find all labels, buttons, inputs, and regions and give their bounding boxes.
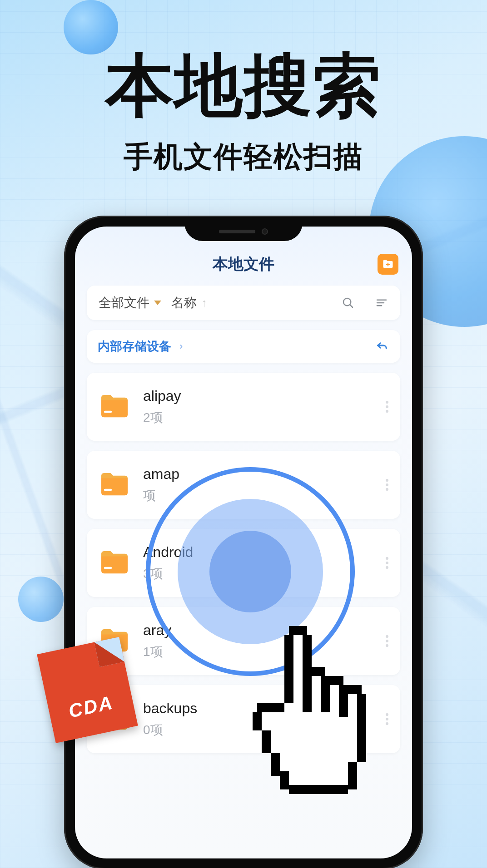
sort-label: 名称 (171, 294, 197, 311)
folder-name: alipay (143, 388, 386, 404)
phone-frame: 本地文件 全部文件 名称 ↑ (64, 216, 423, 868)
svg-rect-31 (280, 771, 289, 789)
app-title: 本地文件 (213, 254, 274, 275)
undo-icon (375, 338, 389, 353)
svg-rect-6 (104, 489, 112, 491)
sort-dropdown[interactable]: 名称 ↑ (171, 294, 207, 311)
hero-subtitle: 手机文件轻松扫描 (0, 137, 487, 177)
svg-line-1 (350, 305, 353, 307)
folder-item[interactable]: alipay 2项 (87, 373, 400, 441)
search-icon (341, 296, 355, 310)
folder-name: backups (143, 700, 386, 717)
sort-options-button[interactable] (375, 296, 388, 310)
svg-rect-33 (343, 762, 357, 789)
phone-screen: 本地文件 全部文件 名称 ↑ (75, 227, 412, 858)
caret-down-icon (154, 301, 161, 305)
folder-meta: 项 (143, 487, 386, 504)
svg-rect-34 (289, 771, 348, 785)
folder-meta: 1项 (143, 643, 386, 661)
svg-rect-35 (280, 753, 348, 771)
svg-rect-30 (271, 753, 280, 776)
folder-icon (99, 394, 130, 420)
chevron-right-icon: › (179, 340, 183, 352)
more-button[interactable] (386, 635, 388, 647)
phone-notch (184, 222, 303, 241)
svg-rect-5 (104, 411, 112, 413)
folder-icon (99, 550, 130, 576)
folder-item[interactable]: aray 1项 (87, 607, 400, 675)
hero-title: 本地搜索 (0, 0, 487, 133)
folder-list: alipay 2项 amap 项 (87, 373, 400, 753)
search-button[interactable] (341, 296, 355, 310)
toolbar: 全部文件 名称 ↑ (87, 286, 400, 320)
breadcrumb-bar: 内部存储设备 › (87, 330, 400, 363)
filter-label: 全部文件 (99, 294, 149, 311)
more-button[interactable] (386, 401, 388, 413)
folder-plus-icon (382, 258, 394, 271)
folder-name: aray (143, 622, 386, 639)
sort-lines-icon (375, 296, 388, 310)
folder-icon (99, 472, 130, 498)
folder-item[interactable]: amap 项 (87, 451, 400, 519)
undo-button[interactable] (375, 338, 389, 355)
folder-name: Android (143, 544, 386, 561)
folder-meta: 0项 (143, 721, 386, 739)
folder-name: amap (143, 466, 386, 483)
app-header: 本地文件 (75, 248, 412, 280)
new-folder-button[interactable] (378, 254, 398, 275)
breadcrumb-root[interactable]: 内部存储设备 › (98, 338, 183, 355)
arrow-up-icon: ↑ (201, 296, 207, 310)
breadcrumb-label: 内部存储设备 (98, 338, 171, 355)
folder-meta: 3项 (143, 565, 386, 582)
folder-item[interactable]: Android 3项 (87, 529, 400, 597)
more-button[interactable] (386, 713, 388, 725)
decor-orb (18, 577, 64, 622)
more-button[interactable] (386, 557, 388, 569)
svg-rect-32 (289, 785, 348, 794)
svg-rect-7 (104, 567, 112, 569)
more-button[interactable] (386, 479, 388, 491)
filter-dropdown[interactable]: 全部文件 (99, 294, 161, 311)
folder-meta: 2项 (143, 409, 386, 426)
